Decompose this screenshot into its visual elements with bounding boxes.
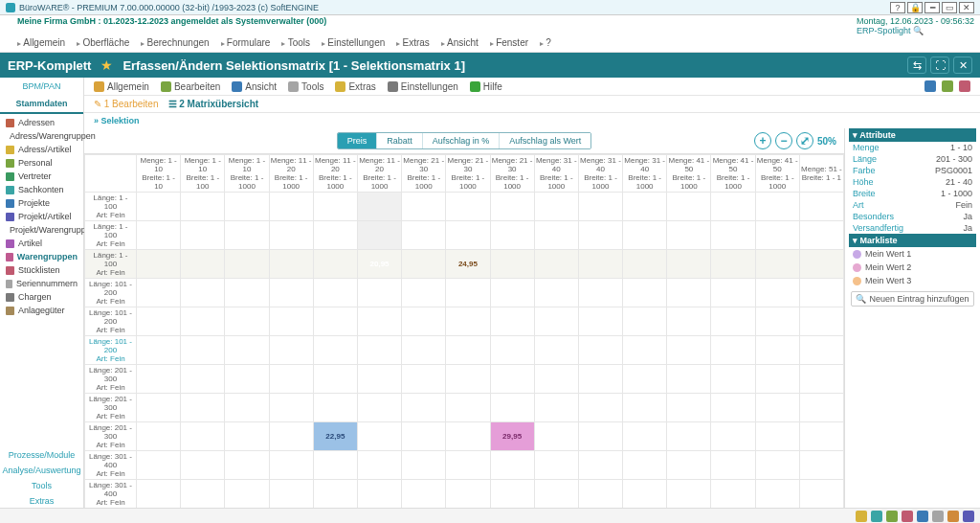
row-header[interactable]: Länge: 1 - 100Art: Fein [85, 250, 137, 279]
matrix-cell[interactable] [534, 193, 578, 221]
matrix-cell[interactable] [623, 394, 667, 422]
col-header[interactable]: Menge: 41 - 50Breite: 1 - 1000 [755, 155, 799, 193]
sidebar-item-warengruppen[interactable]: Warengruppen [0, 250, 83, 263]
matrix-cell[interactable] [357, 279, 401, 307]
matrix-cell[interactable] [137, 279, 181, 307]
matrix-cell[interactable] [534, 394, 578, 422]
row-header[interactable]: Länge: 201 - 300Art: Fein [85, 394, 137, 422]
matrix-cell[interactable] [490, 365, 534, 394]
menu-berechnungen[interactable]: Berechnungen [141, 37, 209, 48]
sidebar-item-projekte[interactable]: Projekte [0, 196, 83, 210]
matrix-cell[interactable] [623, 451, 667, 480]
sidebar-tab-stammdaten[interactable]: Stammdaten [0, 95, 83, 114]
table-row[interactable]: Länge: 101 - 200Art: Fein [85, 336, 844, 365]
matrix-cell[interactable] [225, 394, 269, 422]
matrix-cell[interactable] [137, 307, 181, 336]
matrix-cell[interactable] [755, 480, 799, 509]
matrix-cell[interactable] [181, 422, 225, 451]
col-header[interactable]: Menge: 21 - 30Breite: 1 - 1000 [446, 155, 490, 193]
matrix-cell[interactable] [225, 336, 269, 365]
matrix-cell[interactable] [623, 279, 667, 307]
table-row[interactable]: Länge: 201 - 300Art: Fein [85, 394, 844, 422]
matrix-cell[interactable] [225, 193, 269, 221]
sidebar-link-extras[interactable]: Extras [0, 493, 83, 509]
table-row[interactable]: Länge: 301 - 400Art: Fein [85, 451, 844, 480]
matrix-cell[interactable] [446, 336, 490, 365]
matrix-cell[interactable] [269, 451, 313, 480]
matrix-cell[interactable] [357, 365, 401, 394]
matrix-cell[interactable] [137, 394, 181, 422]
toolbar-einstellungen[interactable]: Einstellungen [388, 81, 458, 92]
menu-fenster[interactable]: Fenster [490, 37, 528, 48]
matrix-cell[interactable] [269, 480, 313, 509]
matrix-cell[interactable] [578, 480, 622, 509]
row-header[interactable]: Länge: 301 - 400Art: Fein [85, 451, 137, 480]
table-row[interactable]: Länge: 1 - 100Art: Fein20,9524,95 [85, 250, 844, 279]
markliste-header[interactable]: Markliste [849, 234, 976, 247]
matrix-cell[interactable] [623, 221, 667, 250]
zoom-fit-btn[interactable]: ⤢ [796, 132, 813, 149]
matrix-cell[interactable] [623, 480, 667, 509]
sb-icon[interactable] [917, 511, 928, 522]
matrix-cell[interactable] [534, 221, 578, 250]
matrix-cell[interactable] [578, 336, 622, 365]
matrix-cell[interactable] [225, 480, 269, 509]
menu-ansicht[interactable]: Ansicht [441, 37, 479, 48]
menu-formulare[interactable]: Formulare [221, 37, 271, 48]
sb-icon[interactable] [902, 511, 913, 522]
sidebar-item-adressen[interactable]: Adressen [0, 116, 83, 129]
matrix-cell[interactable] [269, 307, 313, 336]
matrix-cell[interactable] [357, 221, 401, 250]
matrix-cell[interactable] [225, 307, 269, 336]
matrix-cell[interactable] [578, 193, 622, 221]
segment-aufschlag-als-wert[interactable]: Aufschlag als Wert [500, 133, 590, 148]
matrix-cell[interactable] [799, 365, 843, 394]
col-header[interactable]: Menge: 1 - 10Breite: 1 - 10 [137, 155, 181, 193]
matrix-cell[interactable] [490, 451, 534, 480]
matrix-cell[interactable] [313, 451, 357, 480]
matrix-cell[interactable] [667, 451, 711, 480]
matrix-cell[interactable] [667, 422, 711, 451]
col-header[interactable]: Menge: 41 - 50Breite: 1 - 1000 [667, 155, 711, 193]
table-row[interactable]: Länge: 201 - 300Art: Fein [85, 365, 844, 394]
tab-2-matrix-bersicht[interactable]: ☰ 2 Matrixübersicht [168, 99, 259, 109]
sidebar-link-analyse-auswertung[interactable]: Analyse/Auswertung [0, 463, 83, 478]
matrix-cell[interactable] [534, 279, 578, 307]
sidebar-item-projekt-artikel[interactable]: Projekt/Artikel [0, 210, 83, 223]
sidebar-link-tools[interactable]: Tools [0, 478, 83, 493]
matrix-cell[interactable] [490, 279, 534, 307]
matrix-cell[interactable] [667, 480, 711, 509]
matrix-cell[interactable] [755, 451, 799, 480]
tab-1-bearbeiten[interactable]: ✎ 1 Bearbeiten [94, 99, 159, 109]
matrix-cell[interactable] [137, 365, 181, 394]
sb-icon[interactable] [856, 511, 867, 522]
matrix-cell[interactable] [402, 451, 446, 480]
close-btn[interactable]: ✕ [959, 2, 974, 13]
matrix-cell[interactable] [799, 451, 843, 480]
sidebar-tab-bpm/pan[interactable]: BPM/PAN [0, 78, 83, 95]
restore-btn[interactable]: ▭ [942, 2, 957, 13]
matrix-cell[interactable] [623, 250, 667, 279]
sidebar-item-anlageg-ter[interactable]: Anlagegüter [0, 304, 83, 317]
toolbar-hilfe[interactable]: Hilfe [470, 81, 502, 92]
table-row[interactable]: Länge: 101 - 200Art: Fein [85, 279, 844, 307]
matrix-cell[interactable] [755, 422, 799, 451]
row-header[interactable]: Länge: 1 - 100Art: Fein [85, 193, 137, 221]
matrix-cell[interactable] [667, 250, 711, 279]
matrix-cell[interactable] [799, 422, 843, 451]
matrix-cell[interactable] [667, 365, 711, 394]
row-header[interactable]: Länge: 1 - 100Art: Fein [85, 221, 137, 250]
matrix-cell[interactable] [313, 336, 357, 365]
matrix-cell[interactable] [534, 336, 578, 365]
matrix-cell[interactable] [402, 221, 446, 250]
matrix-cell[interactable] [225, 451, 269, 480]
matrix-cell[interactable] [490, 394, 534, 422]
toolbar-bearbeiten[interactable]: Bearbeiten [161, 81, 220, 92]
sidebar-item-seriennummern[interactable]: Seriennummern [0, 277, 83, 290]
matrix-cell[interactable] [402, 394, 446, 422]
star-icon[interactable]: ★ [100, 57, 113, 73]
matrix-cell[interactable] [137, 221, 181, 250]
matrix-cell[interactable] [490, 336, 534, 365]
sb-icon[interactable] [947, 511, 959, 522]
expand-icon[interactable]: ⛶ [930, 57, 949, 74]
